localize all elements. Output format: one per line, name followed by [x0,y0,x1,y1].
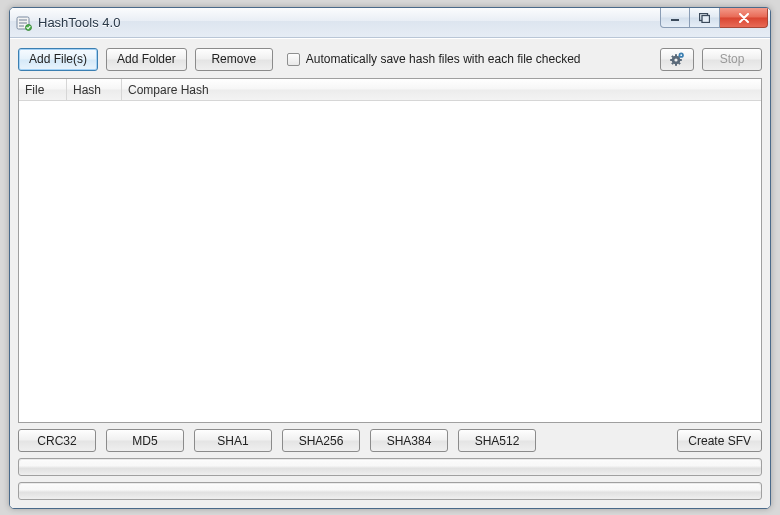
close-icon [738,13,750,23]
titlebar[interactable]: HashTools 4.0 [10,8,770,38]
minimize-button[interactable] [660,8,690,28]
svg-rect-4 [702,15,710,22]
svg-rect-7 [675,64,677,66]
client-area: Add File(s) Add Folder Remove Automatica… [10,38,770,508]
close-button[interactable] [720,8,768,28]
column-header-file[interactable]: File [19,79,67,100]
app-window: HashTools 4.0 Add File(s) [9,7,771,509]
listview-body[interactable] [19,101,761,422]
auto-save-label: Automatically save hash files with each … [306,52,581,66]
svg-rect-2 [671,19,679,21]
crc32-button[interactable]: CRC32 [18,429,96,452]
listview-header: File Hash Compare Hash [19,79,761,101]
minimize-icon [670,13,680,23]
column-header-hash[interactable]: Hash [67,79,122,100]
svg-rect-9 [680,59,682,61]
create-sfv-button[interactable]: Create SFV [677,429,762,452]
sha512-button[interactable]: SHA512 [458,429,536,452]
remove-button[interactable]: Remove [195,48,273,71]
settings-button[interactable] [660,48,694,71]
checkbox-icon [287,53,300,66]
svg-point-14 [674,58,677,61]
window-title: HashTools 4.0 [38,15,660,30]
window-controls [660,8,768,37]
stop-button[interactable]: Stop [702,48,762,71]
maximize-button[interactable] [690,8,720,28]
app-icon [16,15,32,31]
sha384-button[interactable]: SHA384 [370,429,448,452]
file-listview[interactable]: File Hash Compare Hash [18,78,762,423]
progress-bar-1 [18,458,762,476]
svg-rect-6 [675,54,677,56]
maximize-icon [699,13,710,23]
md5-button[interactable]: MD5 [106,429,184,452]
toolbar: Add File(s) Add Folder Remove Automatica… [18,46,762,72]
hash-buttons-row: CRC32 MD5 SHA1 SHA256 SHA384 SHA512 Crea… [18,429,762,452]
svg-point-16 [680,54,682,56]
sha256-button[interactable]: SHA256 [282,429,360,452]
column-header-compare[interactable]: Compare Hash [122,79,761,100]
add-folder-button[interactable]: Add Folder [106,48,187,71]
progress-bar-2 [18,482,762,500]
add-files-button[interactable]: Add File(s) [18,48,98,71]
sha1-button[interactable]: SHA1 [194,429,272,452]
svg-rect-8 [670,59,672,61]
gear-icon [669,51,685,67]
auto-save-checkbox[interactable]: Automatically save hash files with each … [287,52,581,66]
